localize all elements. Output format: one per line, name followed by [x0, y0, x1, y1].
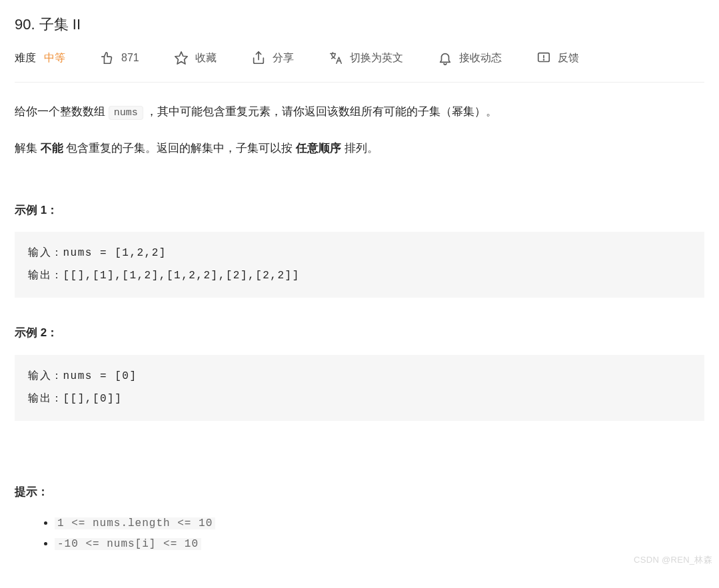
favorite-label: 收藏: [195, 50, 217, 66]
translate-label: 切换为英文: [350, 50, 403, 66]
constraint-code: 1 <= nums.length <= 10: [55, 517, 215, 529]
share-label: 分享: [273, 50, 294, 66]
feedback-button[interactable]: 反馈: [536, 50, 579, 66]
example-1-heading: 示例 1：: [15, 202, 704, 219]
svg-point-4: [543, 59, 544, 60]
meta-toolbar: 难度 中等 871 收藏 分享 切换为英文 接收动态 反: [15, 50, 704, 83]
problem-title: 90. 子集 II: [15, 13, 704, 35]
example-line: 输入：nums = [0]: [28, 370, 137, 382]
favorite-button[interactable]: 收藏: [174, 50, 217, 66]
subscribe-button[interactable]: 接收动态: [438, 50, 502, 66]
example-2-heading: 示例 2：: [15, 324, 704, 342]
example-2-block: 输入：nums = [0] 输出：[[],[0]]: [15, 355, 704, 421]
constraint-code: -10 <= nums[i] <= 10: [55, 538, 201, 550]
difficulty-label: 难度: [15, 50, 36, 66]
desc-text: 解集: [15, 142, 41, 154]
share-icon: [251, 51, 266, 65]
problem-description: 给你一个整数数组 nums ，其中可能包含重复元素，请你返回该数组所有可能的子集…: [15, 101, 704, 159]
example-line: 输入：nums = [1,2,2]: [28, 247, 167, 259]
desc-bold: 不能: [41, 142, 63, 154]
constraints-list: 1 <= nums.length <= 10 -10 <= nums[i] <=…: [15, 513, 704, 555]
watermark: CSDN @REN_林森: [634, 553, 712, 567]
share-button[interactable]: 分享: [251, 50, 294, 66]
translate-icon: [329, 51, 343, 65]
constraint-item: 1 <= nums.length <= 10: [55, 513, 704, 533]
subscribe-label: 接收动态: [459, 50, 502, 66]
desc-text: ，其中可能包含重复元素，请你返回该数组所有可能的子集（幂集）。: [143, 105, 498, 118]
like-count: 871: [121, 50, 139, 66]
difficulty-group: 难度 中等: [15, 50, 65, 66]
feedback-label: 反馈: [558, 50, 579, 66]
desc-text: 包含重复的子集。返回的解集中，子集可以按: [63, 142, 296, 154]
star-icon: [174, 51, 189, 65]
example-line: 输出：[[],[1],[1,2],[1,2,2],[2],[2,2]]: [28, 270, 300, 282]
svg-marker-0: [175, 52, 187, 64]
desc-bold: 任意顺序: [296, 142, 341, 154]
translate-button[interactable]: 切换为英文: [329, 50, 403, 66]
desc-line-2: 解集 不能 包含重复的子集。返回的解集中，子集可以按 任意顺序 排列。: [15, 138, 704, 159]
difficulty-value: 中等: [44, 50, 65, 66]
hints-heading: 提示：: [15, 483, 704, 501]
desc-line-1: 给你一个整数数组 nums ，其中可能包含重复元素，请你返回该数组所有可能的子集…: [15, 101, 704, 123]
constraint-item: -10 <= nums[i] <= 10: [55, 533, 704, 554]
thumbs-up-icon: [100, 51, 115, 65]
code-chip-nums: nums: [109, 106, 143, 120]
desc-text: 给你一个整数数组: [15, 105, 109, 118]
like-button[interactable]: 871: [100, 50, 139, 66]
feedback-icon: [536, 51, 551, 65]
bell-icon: [438, 51, 452, 65]
example-line: 输出：[[],[0]]: [28, 393, 122, 405]
example-1-block: 输入：nums = [1,2,2] 输出：[[],[1],[1,2],[1,2,…: [15, 232, 704, 298]
desc-text: 排列。: [341, 142, 378, 154]
